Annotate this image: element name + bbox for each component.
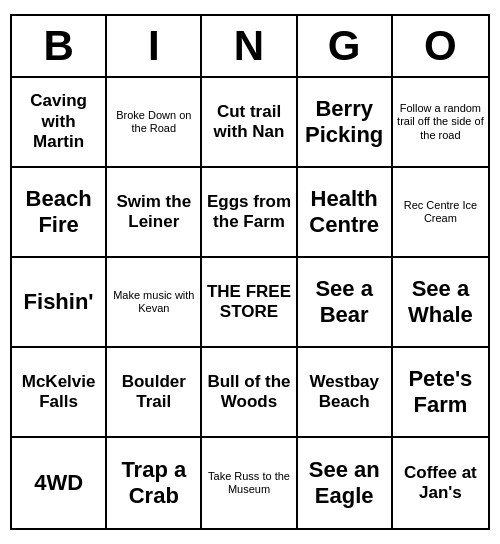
bingo-cell[interactable]: McKelvie Falls <box>12 348 107 438</box>
cell-text: Trap a Crab <box>111 457 196 510</box>
bingo-cell[interactable]: Make music with Kevan <box>107 258 202 348</box>
header-letter: G <box>298 16 393 76</box>
bingo-cell[interactable]: See an Eagle <box>298 438 393 528</box>
bingo-cell[interactable]: See a Bear <box>298 258 393 348</box>
bingo-card: BINGO Caving with MartinBroke Down on th… <box>10 14 490 530</box>
bingo-cell[interactable]: 4WD <box>12 438 107 528</box>
cell-text: McKelvie Falls <box>16 372 101 413</box>
header-letter: N <box>202 16 297 76</box>
bingo-cell[interactable]: Cut trail with Nan <box>202 78 297 168</box>
bingo-cell[interactable]: Bull of the Woods <box>202 348 297 438</box>
cell-text: Bull of the Woods <box>206 372 291 413</box>
bingo-cell[interactable]: Pete's Farm <box>393 348 488 438</box>
cell-text: THE FREE STORE <box>206 282 291 323</box>
bingo-grid: Caving with MartinBroke Down on the Road… <box>12 78 488 528</box>
header-letter: I <box>107 16 202 76</box>
cell-text: Swim the Leiner <box>111 192 196 233</box>
cell-text: Westbay Beach <box>302 372 387 413</box>
cell-text: Coffee at Jan's <box>397 463 484 504</box>
cell-text: Take Russ to the Museum <box>206 470 291 496</box>
bingo-cell[interactable]: Swim the Leiner <box>107 168 202 258</box>
cell-text: 4WD <box>34 470 83 496</box>
cell-text: Broke Down on the Road <box>111 109 196 135</box>
header-letter: O <box>393 16 488 76</box>
cell-text: Caving with Martin <box>16 91 101 152</box>
bingo-cell[interactable]: Caving with Martin <box>12 78 107 168</box>
bingo-cell[interactable]: Boulder Trail <box>107 348 202 438</box>
bingo-cell[interactable]: Health Centre <box>298 168 393 258</box>
cell-text: See a Bear <box>302 276 387 329</box>
cell-text: Follow a random trail off the side of th… <box>397 102 484 142</box>
bingo-cell[interactable]: Trap a Crab <box>107 438 202 528</box>
header-letter: B <box>12 16 107 76</box>
cell-text: Make music with Kevan <box>111 289 196 315</box>
bingo-cell[interactable]: Rec Centre Ice Cream <box>393 168 488 258</box>
bingo-cell[interactable]: Coffee at Jan's <box>393 438 488 528</box>
bingo-header: BINGO <box>12 16 488 78</box>
bingo-cell[interactable]: Fishin' <box>12 258 107 348</box>
cell-text: Eggs from the Farm <box>206 192 291 233</box>
bingo-cell[interactable]: Eggs from the Farm <box>202 168 297 258</box>
cell-text: Cut trail with Nan <box>206 102 291 143</box>
cell-text: See a Whale <box>397 276 484 329</box>
bingo-cell[interactable]: Take Russ to the Museum <box>202 438 297 528</box>
cell-text: Berry Picking <box>302 96 387 149</box>
bingo-cell[interactable]: Berry Picking <box>298 78 393 168</box>
cell-text: Pete's Farm <box>397 366 484 419</box>
cell-text: Health Centre <box>302 186 387 239</box>
cell-text: See an Eagle <box>302 457 387 510</box>
bingo-cell[interactable]: Follow a random trail off the side of th… <box>393 78 488 168</box>
cell-text: Rec Centre Ice Cream <box>397 199 484 225</box>
bingo-cell[interactable]: Westbay Beach <box>298 348 393 438</box>
cell-text: Boulder Trail <box>111 372 196 413</box>
bingo-cell[interactable]: THE FREE STORE <box>202 258 297 348</box>
cell-text: Fishin' <box>24 289 94 315</box>
cell-text: Beach Fire <box>16 186 101 239</box>
bingo-cell[interactable]: Beach Fire <box>12 168 107 258</box>
bingo-cell[interactable]: Broke Down on the Road <box>107 78 202 168</box>
bingo-cell[interactable]: See a Whale <box>393 258 488 348</box>
